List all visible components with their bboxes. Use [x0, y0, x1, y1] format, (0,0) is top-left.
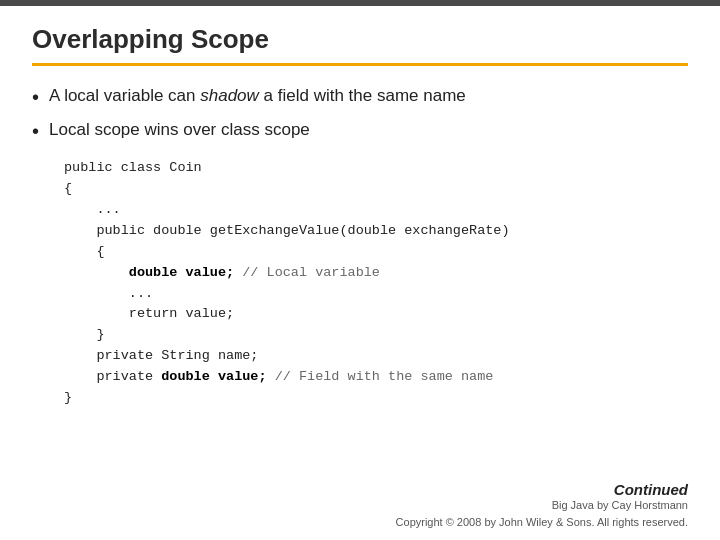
slide-title: Overlapping Scope: [32, 24, 269, 54]
code-block: public class Coin { ... public double ge…: [64, 158, 688, 409]
code-line-3: ...: [64, 200, 688, 221]
content-area: Overlapping Scope • A local variable can…: [0, 6, 720, 419]
code-line-2: {: [64, 179, 688, 200]
bullet-text-2: Local scope wins over class scope: [49, 118, 310, 142]
code-bold-value-local: double value;: [129, 265, 234, 280]
bullet-points: • A local variable can shadow a field wi…: [32, 84, 688, 144]
bullet-1: • A local variable can shadow a field wi…: [32, 84, 688, 110]
code-bold-value-field: double value;: [161, 369, 266, 384]
footer: Big Java by Cay Horstmann Copyright © 20…: [396, 497, 688, 530]
bullet-dot-2: •: [32, 118, 39, 144]
footer-line1: Big Java by Cay Horstmann: [396, 497, 688, 514]
code-line-6: double value; // Local variable: [64, 263, 688, 284]
bullet-dot-1: •: [32, 84, 39, 110]
code-line-5: {: [64, 242, 688, 263]
footer-line2: Copyright © 2008 by John Wiley & Sons. A…: [396, 514, 688, 531]
continued-label: Continued: [614, 481, 688, 498]
bullet-2: • Local scope wins over class scope: [32, 118, 688, 144]
code-line-7: ...: [64, 284, 688, 305]
code-comment-field: // Field with the same name: [275, 369, 494, 384]
code-line-10: private String name;: [64, 346, 688, 367]
code-line-12: }: [64, 388, 688, 409]
code-line-4: public double getExchangeValue(double ex…: [64, 221, 688, 242]
title-section: Overlapping Scope: [32, 24, 688, 66]
code-line-11: private double value; // Field with the …: [64, 367, 688, 388]
code-comment-local: // Local variable: [242, 265, 380, 280]
code-line-1: public class Coin: [64, 158, 688, 179]
bullet-text-1: A local variable can shadow a field with…: [49, 84, 466, 108]
code-line-9: }: [64, 325, 688, 346]
slide: Overlapping Scope • A local variable can…: [0, 0, 720, 540]
code-line-8: return value;: [64, 304, 688, 325]
